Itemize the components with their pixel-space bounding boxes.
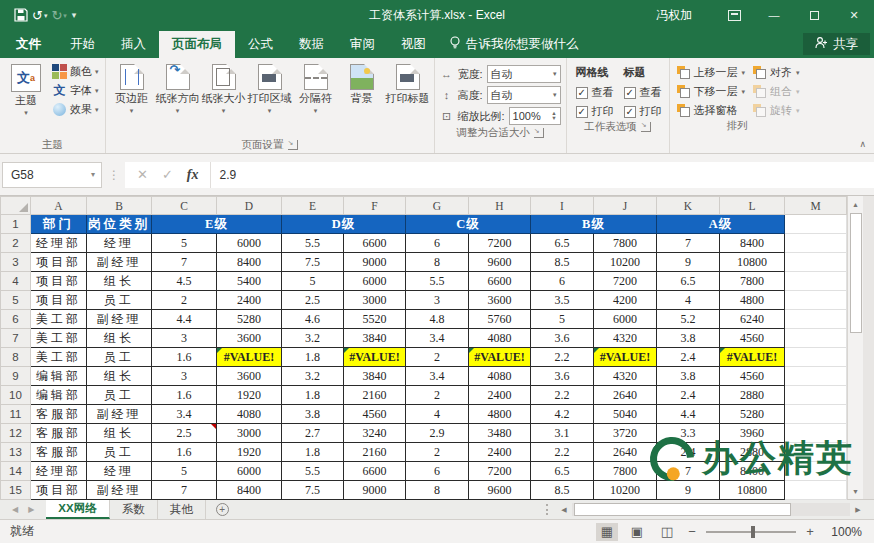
row-header-1[interactable]: 1 bbox=[1, 215, 31, 234]
cell-I6[interactable]: 5 bbox=[531, 310, 594, 329]
scroll-down-icon[interactable]: ▼ bbox=[848, 483, 863, 499]
打印标题-button[interactable]: 打印标题 bbox=[385, 61, 431, 108]
cell-H5[interactable]: 3600 bbox=[469, 291, 531, 310]
cell-D3[interactable]: 8400 bbox=[217, 253, 282, 272]
scale-spinner[interactable]: 100%▲▼ bbox=[509, 107, 561, 125]
zoom-out-icon[interactable]: − bbox=[686, 524, 698, 539]
cell-F11[interactable]: 4560 bbox=[344, 405, 406, 424]
cell-H15[interactable]: 9600 bbox=[469, 481, 531, 500]
cell-M4[interactable] bbox=[785, 272, 847, 291]
cell-G9[interactable]: 3.4 bbox=[406, 367, 469, 386]
cell-A14[interactable]: 经理部 bbox=[31, 462, 87, 481]
cell-D2[interactable]: 6000 bbox=[217, 234, 282, 253]
cell-J3[interactable]: 10200 bbox=[594, 253, 657, 272]
theme-effects-button[interactable]: 效果▾ bbox=[49, 101, 102, 118]
cell-D4[interactable]: 5400 bbox=[217, 272, 282, 291]
vertical-scroll-thumb[interactable] bbox=[850, 213, 862, 333]
cell-B7[interactable]: 组长 bbox=[87, 329, 152, 348]
cell-L4[interactable]: 7800 bbox=[720, 272, 785, 291]
row-header-3[interactable]: 3 bbox=[1, 253, 31, 272]
user-name[interactable]: 冯权加 bbox=[656, 7, 692, 24]
cell-L7[interactable]: 4560 bbox=[720, 329, 785, 348]
column-header-A[interactable]: A bbox=[31, 197, 87, 215]
cell-D12[interactable]: 3000 bbox=[217, 424, 282, 443]
cell-H14[interactable]: 7200 bbox=[469, 462, 531, 481]
cell-D9[interactable]: 3600 bbox=[217, 367, 282, 386]
cell-K7[interactable]: 3.8 bbox=[657, 329, 720, 348]
cell-L9[interactable]: 4560 bbox=[720, 367, 785, 386]
cell-A1[interactable]: 部门 bbox=[31, 215, 87, 234]
row-header-14[interactable]: 14 bbox=[1, 462, 31, 481]
cell-E5[interactable]: 2.5 bbox=[282, 291, 344, 310]
cell-A11[interactable]: 客服部 bbox=[31, 405, 87, 424]
cell-A9[interactable]: 编辑部 bbox=[31, 367, 87, 386]
page-break-view-icon[interactable]: ◫ bbox=[656, 523, 678, 541]
save-icon[interactable] bbox=[14, 8, 28, 22]
scroll-up-icon[interactable]: ▲ bbox=[848, 196, 863, 212]
cell-E12[interactable]: 2.7 bbox=[282, 424, 344, 443]
cell-C15[interactable]: 7 bbox=[152, 481, 217, 500]
cell-group-D级[interactable]: D级 bbox=[282, 215, 406, 234]
cell-E15[interactable]: 7.5 bbox=[282, 481, 344, 500]
cell-I5[interactable]: 3.5 bbox=[531, 291, 594, 310]
tab-file[interactable]: 文件 bbox=[0, 31, 57, 58]
cell-B10[interactable]: 员工 bbox=[87, 386, 152, 405]
row-header-5[interactable]: 5 bbox=[1, 291, 31, 310]
maximize-icon[interactable] bbox=[794, 0, 834, 30]
cell-J8[interactable]: #VALUE! bbox=[594, 348, 657, 367]
zoom-slider[interactable] bbox=[706, 531, 796, 533]
normal-view-icon[interactable]: ▦ bbox=[596, 523, 618, 541]
scroll-left-icon[interactable]: ◀ bbox=[556, 503, 572, 517]
row-header-4[interactable]: 4 bbox=[1, 272, 31, 291]
cell-E3[interactable]: 7.5 bbox=[282, 253, 344, 272]
cell-F7[interactable]: 3840 bbox=[344, 329, 406, 348]
cell-M8[interactable] bbox=[785, 348, 847, 367]
sheet-nav-right-icon[interactable]: ▶ bbox=[28, 505, 34, 514]
cell-M1[interactable] bbox=[785, 215, 847, 234]
cell-E10[interactable]: 1.8 bbox=[282, 386, 344, 405]
column-header-F[interactable]: F bbox=[344, 197, 406, 215]
cell-K4[interactable]: 6.5 bbox=[657, 272, 720, 291]
ribbon-options-icon[interactable] bbox=[714, 0, 754, 30]
cell-F5[interactable]: 3000 bbox=[344, 291, 406, 310]
cell-G11[interactable]: 4 bbox=[406, 405, 469, 424]
cell-C2[interactable]: 5 bbox=[152, 234, 217, 253]
cell-H13[interactable]: 2400 bbox=[469, 443, 531, 462]
headings-view-checkbox[interactable]: ✓查看 bbox=[624, 85, 662, 100]
cell-C8[interactable]: 1.6 bbox=[152, 348, 217, 367]
tab-视图[interactable]: 视图 bbox=[388, 31, 439, 58]
cell-K6[interactable]: 5.2 bbox=[657, 310, 720, 329]
name-box[interactable]: G58▾ bbox=[2, 162, 102, 188]
cell-B11[interactable]: 副经理 bbox=[87, 405, 152, 424]
cell-G5[interactable]: 3 bbox=[406, 291, 469, 310]
cell-G3[interactable]: 8 bbox=[406, 253, 469, 272]
cell-K5[interactable]: 4 bbox=[657, 291, 720, 310]
cell-J10[interactable]: 2640 bbox=[594, 386, 657, 405]
cell-I3[interactable]: 8.5 bbox=[531, 253, 594, 272]
cell-F12[interactable]: 3240 bbox=[344, 424, 406, 443]
column-header-B[interactable]: B bbox=[87, 197, 152, 215]
cell-M2[interactable] bbox=[785, 234, 847, 253]
row-header-8[interactable]: 8 bbox=[1, 348, 31, 367]
tab-插入[interactable]: 插入 bbox=[108, 31, 159, 58]
下移一层-button[interactable]: 下移一层▾ bbox=[677, 84, 746, 99]
cell-G15[interactable]: 8 bbox=[406, 481, 469, 500]
cell-J9[interactable]: 4320 bbox=[594, 367, 657, 386]
tab-审阅[interactable]: 审阅 bbox=[337, 31, 388, 58]
cell-C5[interactable]: 2 bbox=[152, 291, 217, 310]
sheet-nav-left-icon[interactable]: ◀ bbox=[12, 505, 18, 514]
cell-M14[interactable] bbox=[785, 462, 847, 481]
cell-A15[interactable]: 项目部 bbox=[31, 481, 87, 500]
theme-colors-button[interactable]: 颜色▾ bbox=[49, 63, 102, 80]
cell-I10[interactable]: 2.2 bbox=[531, 386, 594, 405]
cell-I12[interactable]: 3.1 bbox=[531, 424, 594, 443]
cell-group-C级[interactable]: C级 bbox=[406, 215, 531, 234]
cell-L11[interactable]: 5280 bbox=[720, 405, 785, 424]
sheet-options-dialog-launcher-icon[interactable] bbox=[641, 122, 651, 132]
cell-D15[interactable]: 8400 bbox=[217, 481, 282, 500]
cell-M12[interactable] bbox=[785, 424, 847, 443]
cell-F10[interactable]: 2160 bbox=[344, 386, 406, 405]
cell-M3[interactable] bbox=[785, 253, 847, 272]
cell-J4[interactable]: 7200 bbox=[594, 272, 657, 291]
对齐-button[interactable]: 对齐▾ bbox=[753, 65, 800, 80]
